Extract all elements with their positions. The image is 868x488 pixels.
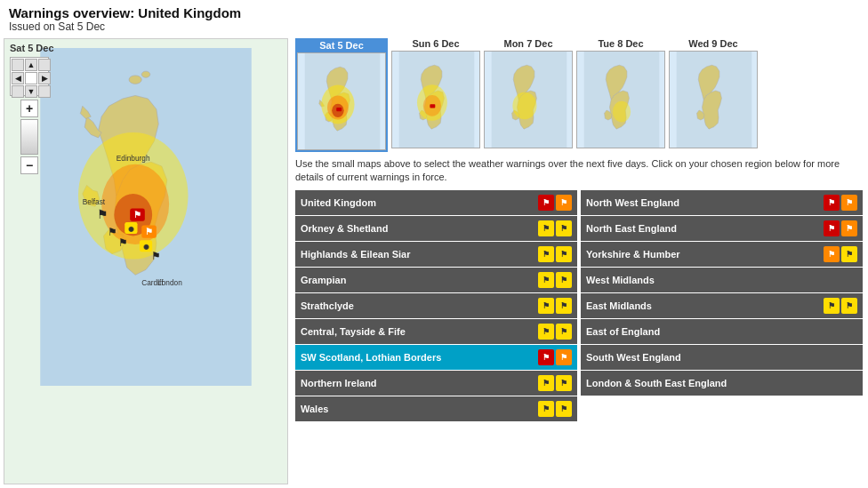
warning-row[interactable]: London & South East England (581, 371, 863, 396)
warning-icons: ⚑⚑ (538, 220, 572, 236)
yellow-warning-icon: ⚑ (841, 246, 857, 262)
warning-row[interactable]: East Midlands⚑⚑ (581, 293, 863, 318)
warning-icons: ⚑⚑ (538, 401, 572, 417)
svg-text:⚑: ⚑ (145, 227, 153, 236)
svg-text:⚑: ⚑ (560, 198, 567, 207)
map-controls[interactable]: ▲ ◀ ▶ ▼ + − (10, 57, 49, 174)
amber-warning-icon: ⚑ (841, 195, 857, 211)
small-map-sun6-label: Sun 6 Dec (412, 38, 459, 49)
warning-icons: ⚑⚑ (538, 195, 572, 211)
warning-row[interactable]: Strathclyde⚑⚑ (295, 293, 577, 318)
map-date-label: Sat 5 Dec (10, 43, 54, 53)
warnings-col-right: North West England⚑⚑North East England⚑⚑… (581, 190, 863, 484)
warning-row[interactable]: North East England⚑⚑ (581, 216, 863, 241)
small-map-mon7[interactable]: Mon 7 Dec (484, 38, 573, 152)
pan-se-btn[interactable] (38, 85, 51, 98)
svg-point-8 (141, 71, 150, 77)
yellow-warning-icon: ⚑ (538, 375, 554, 391)
svg-text:⚑: ⚑ (542, 327, 550, 336)
small-maps-row: Sat 5 Dec (295, 38, 863, 152)
uk-map-svg[interactable]: ⚑ ⚑ ✺ ✺ ⚑ ⚑ ⚑ ⚑ Edinburgh (21, 48, 270, 386)
region-name: Wales (301, 403, 538, 415)
small-map-wed9[interactable]: Wed 9 Dec (669, 38, 758, 152)
zoom-scale (20, 119, 38, 155)
red-warning-icon: ⚑ (824, 220, 840, 236)
warning-icons: ⚑⚑ (824, 298, 857, 314)
amber-warning-icon: ⚑ (556, 349, 572, 365)
issued-date: Issued on Sat 5 Dec (9, 20, 859, 33)
svg-text:⚑: ⚑ (542, 250, 550, 259)
small-map-mon7-img (484, 51, 573, 148)
region-name: Grampian (301, 274, 538, 286)
small-map-tue8[interactable]: Tue 8 Dec (576, 38, 665, 152)
pan-e-btn[interactable]: ▶ (38, 72, 51, 84)
red-warning-icon: ⚑ (538, 349, 554, 365)
zoom-out-btn[interactable]: − (20, 156, 38, 174)
svg-text:⚑: ⚑ (560, 301, 567, 310)
warning-icons: ⚑⚑ (824, 195, 857, 211)
warning-row[interactable]: Highlands & Eilean Siar⚑⚑ (295, 242, 577, 267)
pan-n-btn[interactable]: ▲ (25, 59, 37, 71)
warning-icons: ⚑⚑ (538, 375, 572, 391)
warning-row[interactable]: West Midlands (581, 268, 863, 292)
yellow-warning-icon: ⚑ (556, 298, 572, 314)
small-map-sat5-img (297, 52, 386, 150)
svg-text:✺: ✺ (128, 225, 134, 234)
svg-text:⚑: ⚑ (560, 404, 567, 413)
svg-text:⚑: ⚑ (108, 226, 117, 238)
warning-row[interactable]: Grampian⚑⚑ (295, 268, 577, 292)
pan-control[interactable]: ▲ ◀ ▶ ▼ (10, 57, 49, 96)
warning-row[interactable]: East of England (581, 319, 863, 344)
region-name: Yorkshire & Humber (586, 248, 824, 260)
svg-text:⚑: ⚑ (828, 301, 835, 310)
amber-warning-icon: ⚑ (841, 220, 857, 236)
small-map-sat5[interactable]: Sat 5 Dec (295, 38, 388, 152)
warning-row[interactable]: Yorkshire & Humber⚑⚑ (581, 242, 863, 267)
svg-text:⚑: ⚑ (542, 276, 550, 284)
warning-row[interactable]: Central, Tayside & Fife⚑⚑ (295, 319, 577, 344)
region-name: East of England (586, 325, 857, 338)
yellow-warning-icon: ⚑ (538, 298, 554, 314)
region-name: Strathclyde (301, 300, 538, 312)
warning-row[interactable]: North West England⚑⚑ (581, 190, 863, 215)
warning-row[interactable]: SW Scotland, Lothian Borders⚑⚑ (295, 345, 577, 370)
yellow-warning-icon: ⚑ (556, 375, 572, 391)
pan-sw-btn[interactable] (12, 85, 24, 98)
warning-row[interactable]: South West England (581, 345, 863, 370)
svg-text:⚑: ⚑ (542, 301, 550, 310)
svg-text:⚑: ⚑ (846, 250, 853, 259)
small-map-sun6[interactable]: Sun 6 Dec (391, 38, 480, 152)
warning-icons: ⚑⚑ (538, 324, 572, 340)
yellow-warning-icon: ⚑ (538, 246, 554, 262)
zoom-in-btn[interactable]: + (20, 100, 38, 117)
warning-row[interactable]: Orkney & Shetland⚑⚑ (295, 216, 577, 241)
svg-text:⚑: ⚑ (97, 207, 108, 221)
region-name: North West England (586, 196, 824, 209)
warning-row[interactable]: Northern Ireland⚑⚑ (295, 371, 577, 396)
page-title: Warnings overview: United Kingdom (9, 5, 859, 20)
region-name: East Midlands (586, 300, 824, 312)
pan-center-btn[interactable] (25, 72, 37, 84)
amber-warning-icon: ⚑ (556, 195, 572, 211)
region-name: United Kingdom (301, 196, 538, 209)
warning-icons: ⚑⚑ (538, 349, 572, 365)
svg-text:⚑: ⚑ (828, 224, 835, 233)
small-map-tue8-label: Tue 8 Dec (598, 38, 643, 49)
svg-text:⚑: ⚑ (560, 379, 567, 388)
zoom-controls[interactable]: + − (20, 100, 38, 174)
svg-text:⚑: ⚑ (560, 250, 567, 259)
region-name: London & South East England (586, 377, 857, 389)
warning-row[interactable]: United Kingdom⚑⚑ (295, 190, 577, 215)
small-map-tue8-img (576, 51, 665, 148)
svg-text:✺: ✺ (143, 243, 149, 252)
pan-nw-btn[interactable] (12, 59, 24, 71)
yellow-warning-icon: ⚑ (538, 324, 554, 340)
svg-text:⚑: ⚑ (846, 301, 853, 310)
pan-w-btn[interactable]: ◀ (12, 72, 24, 84)
warning-row[interactable]: Wales⚑⚑ (295, 396, 577, 421)
svg-text:⚑: ⚑ (542, 404, 550, 413)
pan-s-btn[interactable]: ▼ (25, 85, 37, 98)
warning-icons: ⚑⚑ (824, 246, 857, 262)
yellow-warning-icon: ⚑ (538, 272, 554, 288)
pan-ne-btn[interactable] (38, 59, 51, 71)
